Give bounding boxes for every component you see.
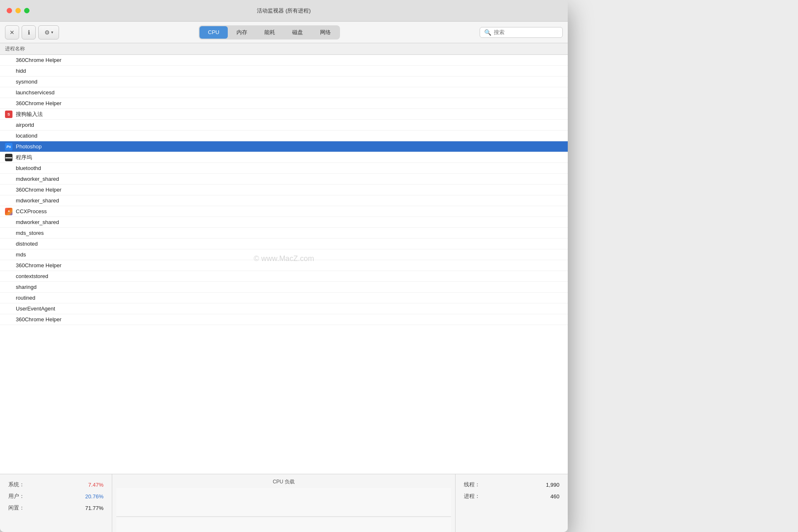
process-list[interactable]: 360Chrome Helperhiddsysmondlaunchservice… — [0, 55, 568, 474]
search-box[interactable]: 🔍 — [480, 27, 563, 38]
maximize-button[interactable] — [24, 8, 30, 13]
process-icon — [5, 229, 12, 237]
process-icon — [5, 100, 12, 107]
process-icon — [5, 78, 12, 86]
gear-chevron-icon: ▾ — [51, 30, 53, 34]
process-row[interactable]: sysmond — [0, 76, 568, 87]
tabs-container: CPU 内存 能耗 磁盘 网络 — [62, 25, 476, 39]
process-name: sharingd — [16, 284, 37, 290]
process-name: contextstored — [16, 273, 48, 279]
process-name: launchservicesd — [16, 89, 54, 96]
stat-row-user: 用户： 20.76% — [8, 493, 103, 500]
process-icon — [5, 186, 12, 194]
process-icon — [5, 89, 12, 96]
search-icon: 🔍 — [484, 29, 491, 36]
window-controls — [7, 8, 30, 13]
process-row[interactable]: ✦CCXProcess — [0, 206, 568, 217]
tab-memory[interactable]: 内存 — [228, 26, 256, 39]
process-icon — [5, 165, 12, 172]
tabs: CPU 内存 能耗 磁盘 网络 — [199, 25, 340, 39]
process-row[interactable]: routined — [0, 293, 568, 303]
process-icon — [5, 132, 12, 140]
inspect-button[interactable]: ℹ — [22, 25, 36, 39]
process-row[interactable]: PsPhotoshop — [0, 141, 568, 152]
stats-right: 线程： 1,990 进程： 460 — [456, 474, 568, 532]
tab-energy[interactable]: 能耗 — [256, 26, 283, 39]
stat-label-threads: 线程： — [464, 481, 480, 488]
process-name: UserEventAgent — [16, 305, 55, 312]
process-icon — [5, 294, 12, 302]
process-row[interactable]: 360Chrome Helper — [0, 314, 568, 325]
process-icon — [5, 57, 12, 64]
process-row[interactable]: mds — [0, 249, 568, 260]
process-icon — [5, 121, 12, 129]
photoshop-icon: Ps — [5, 143, 12, 150]
stat-row-idle: 闲置： 71.77% — [8, 504, 103, 512]
process-row[interactable]: hidd — [0, 66, 568, 76]
process-row[interactable]: locationd — [0, 131, 568, 141]
process-row[interactable]: 360Chrome Helper — [0, 98, 568, 109]
process-name: 360Chrome Helper — [16, 316, 62, 323]
process-icon: ✦ — [5, 208, 12, 215]
process-name: mdworker_shared — [16, 197, 59, 204]
process-row[interactable]: launchservicesd — [0, 87, 568, 98]
process-name: 360Chrome Helper — [16, 57, 62, 63]
process-row[interactable]: 360Chrome Helper — [0, 55, 568, 66]
process-row[interactable]: sharingd — [0, 282, 568, 293]
stat-value-idle: 71.77% — [85, 505, 103, 511]
process-row[interactable]: mdworker_shared — [0, 217, 568, 228]
process-icon — [5, 262, 12, 269]
process-row[interactable]: contextstored — [0, 271, 568, 282]
process-row[interactable]: 360Chrome Helper — [0, 185, 568, 195]
process-name: mds_stores — [16, 230, 44, 236]
process-row[interactable]: 360Chrome Helper — [0, 260, 568, 271]
stat-row-processes: 进程： 460 — [464, 493, 559, 500]
process-name: bluetoothd — [16, 165, 41, 171]
tab-network[interactable]: 网络 — [312, 26, 339, 39]
toolbar: ✕ ℹ ⚙ ▾ CPU 内存 能耗 磁盘 网络 🔍 — [0, 22, 568, 43]
cpu-chart-area: CPU 负载 — [112, 474, 456, 532]
process-icon — [5, 316, 12, 323]
process-name: mdworker_shared — [16, 219, 59, 225]
minimize-button[interactable] — [15, 8, 21, 13]
gear-button[interactable]: ⚙ ▾ — [38, 25, 59, 39]
chart-svg-container — [116, 488, 451, 532]
process-name: mds — [16, 251, 26, 258]
process-name: distnoted — [16, 241, 38, 247]
stat-row-system: 系统： 7.47% — [8, 481, 103, 488]
terminal-icon: ▬▬ — [5, 154, 12, 161]
gear-icon: ⚙ — [44, 29, 50, 36]
close-button[interactable] — [7, 8, 12, 13]
close-process-button[interactable]: ✕ — [5, 25, 19, 39]
process-icon — [5, 283, 12, 291]
process-name: 360Chrome Helper — [16, 100, 62, 106]
process-name: 360Chrome Helper — [16, 262, 62, 268]
process-icon — [5, 67, 12, 75]
process-row[interactable]: distnoted — [0, 239, 568, 249]
process-name: locationd — [16, 133, 37, 139]
stat-value-processes: 460 — [550, 493, 559, 500]
tab-disk[interactable]: 磁盘 — [284, 26, 311, 39]
sogou-icon: S — [5, 111, 12, 118]
process-row[interactable]: airportd — [0, 120, 568, 131]
process-row[interactable]: UserEventAgent — [0, 303, 568, 314]
process-name: sysmond — [16, 79, 37, 85]
stat-value-system: 7.47% — [88, 482, 103, 488]
process-row[interactable]: mds_stores — [0, 228, 568, 239]
column-header: 进程名称 — [0, 43, 568, 55]
process-icon — [5, 219, 12, 226]
process-icon: ▬▬ — [5, 154, 12, 161]
process-name: mdworker_shared — [16, 176, 59, 182]
process-row[interactable]: mdworker_shared — [0, 174, 568, 185]
search-input[interactable] — [494, 29, 556, 35]
process-name: airportd — [16, 122, 34, 128]
process-icon — [5, 175, 12, 183]
process-row[interactable]: bluetoothd — [0, 163, 568, 174]
tab-cpu[interactable]: CPU — [200, 26, 227, 39]
process-name: routined — [16, 295, 35, 301]
process-icon — [5, 197, 12, 204]
process-row[interactable]: S搜狗输入法 — [0, 109, 568, 120]
process-row[interactable]: ▬▬程序坞 — [0, 152, 568, 163]
process-row[interactable]: mdworker_shared — [0, 195, 568, 206]
ccx-icon: ✦ — [5, 208, 12, 215]
